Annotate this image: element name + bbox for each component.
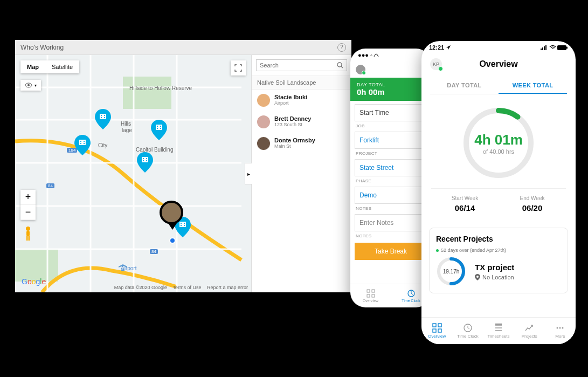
collapse-panel-button[interactable]: ▸ (245, 163, 252, 184)
bottom-nav: Overview Time Clock Timesheets Projects … (421, 317, 576, 344)
search-box (256, 59, 347, 71)
svg-rect-42 (542, 47, 543, 50)
grid-icon (432, 323, 442, 333)
project-overdue-badge: 52 days over (ended Apr 27th) (436, 248, 561, 253)
location-arrow-icon (446, 45, 451, 50)
map-pin[interactable] (74, 135, 91, 155)
project-hours-ring: 19.17h (436, 256, 466, 286)
map-attribution: Map data ©2020 Google Terms of Use Repor… (110, 285, 248, 290)
section-label-job: JOB (350, 121, 431, 128)
job-select[interactable]: Forklift (355, 132, 427, 149)
end-week-label: End Week (499, 195, 566, 201)
section-label-notes-2: NOTES (350, 231, 431, 238)
worker-row[interactable]: Stacie IbukiAirport (252, 90, 351, 111)
svg-rect-21 (146, 158, 147, 159)
avatar (257, 94, 270, 107)
search-input[interactable] (260, 62, 337, 68)
svg-rect-13 (104, 117, 105, 118)
zoom-in-button[interactable]: + (20, 190, 36, 205)
project-hours: 19.17h (436, 256, 466, 286)
worker-name: Stacie Ibuki (274, 94, 307, 100)
svg-rect-26 (160, 126, 161, 127)
more-icon (555, 323, 565, 333)
zoom-out-button[interactable]: − (20, 205, 36, 220)
map-type-tabs: Map Satellite (20, 60, 79, 73)
map-tab-map[interactable]: Map (20, 60, 45, 73)
map-pin[interactable] (151, 120, 167, 140)
worker-location: 123 South St (274, 122, 311, 127)
wifi-icon (549, 45, 556, 50)
search-icon (337, 62, 343, 68)
svg-rect-20 (143, 158, 144, 159)
svg-rect-9 (100, 114, 106, 119)
selected-worker-marker[interactable] (160, 201, 185, 233)
phase-select[interactable]: Demo (355, 187, 427, 204)
svg-rect-38 (367, 294, 370, 297)
worker-row[interactable]: Donte OrmsbyMain St (252, 133, 351, 154)
worker-group-header: Native Soil Landscape (252, 76, 351, 90)
pegman-icon[interactable] (22, 225, 34, 242)
nav-overview[interactable]: Overview (421, 318, 452, 344)
bottom-nav: Overview Time Clock (350, 284, 431, 307)
svg-rect-23 (146, 160, 147, 161)
nav-projects[interactable]: Projects (514, 318, 545, 344)
svg-rect-6 (26, 231, 30, 236)
help-icon[interactable]: ? (337, 43, 346, 52)
hours-ring: 4h 01m of 40.00 hrs (421, 94, 576, 188)
clock-icon (463, 323, 473, 333)
tab-week-total[interactable]: WEEK TOTAL (499, 78, 567, 94)
svg-rect-22 (143, 160, 144, 161)
page-header: KP Overview (421, 54, 576, 74)
svg-rect-46 (566, 46, 568, 49)
map-label-hills: Hills (121, 121, 131, 127)
svg-point-4 (27, 84, 30, 86)
project-name: TX project (475, 263, 514, 272)
nav-timesheets[interactable]: Timesheets (483, 318, 514, 344)
signal-icon: ●●● ◦ (358, 52, 379, 58)
avatar[interactable] (356, 65, 365, 74)
day-total-banner: DAY TOTAL 0h 00m (350, 78, 431, 101)
phone-timeclock-mock: ●●● ◦ DAY TOTAL 0h 00m Start Time JOB Fo… (350, 49, 431, 307)
section-label-project: PROJECT (350, 149, 431, 156)
user-avatar[interactable]: KP (430, 58, 442, 70)
visibility-toggle[interactable]: ▾ (20, 80, 41, 91)
panel-header: Who's Working ? (15, 40, 351, 55)
worker-name: Donte Ormsby (274, 137, 315, 143)
svg-point-56 (557, 327, 558, 329)
trend-icon (524, 323, 534, 333)
hwy-84-shield-a: 84 (46, 183, 54, 188)
take-break-button[interactable]: Take Break (355, 243, 427, 260)
project-select[interactable]: State Street (355, 159, 427, 176)
svg-rect-1 (123, 77, 171, 109)
nav-timeclock[interactable]: Time Clock (452, 318, 483, 344)
week-range: Start Week06/14 End Week06/20 (431, 188, 566, 219)
map[interactable]: Hillside to Hollow Reserve Capitol Build… (15, 55, 251, 292)
fullscreen-icon[interactable] (231, 60, 246, 76)
worker-name: Brett Denney (274, 115, 311, 122)
nav-overview[interactable]: Overview (350, 284, 391, 307)
battery-icon (557, 45, 568, 50)
zoom-controls: + − (20, 190, 36, 220)
status-bar: ●●● ◦ (350, 49, 431, 61)
map-tab-satellite[interactable]: Satellite (45, 60, 79, 73)
worker-row[interactable]: Brett Denney123 South St (252, 111, 351, 133)
tab-day-total[interactable]: DAY TOTAL (430, 78, 499, 94)
start-week-date: 06/14 (431, 203, 499, 213)
grid-icon (366, 289, 375, 298)
svg-rect-10 (101, 115, 102, 116)
day-total-label: DAY TOTAL (357, 82, 425, 87)
nav-more[interactable]: More (545, 318, 576, 344)
map-pin[interactable] (95, 109, 111, 129)
map-pin[interactable] (137, 152, 153, 173)
svg-rect-24 (156, 125, 162, 130)
airport-icon[interactable] (117, 259, 128, 272)
avatar-header (350, 61, 431, 78)
status-dot-icon (436, 249, 439, 252)
svg-rect-27 (157, 128, 158, 129)
svg-rect-15 (80, 141, 81, 142)
notes-field[interactable]: Enter Notes (355, 214, 427, 231)
location-pin-icon (475, 274, 480, 280)
panel-title: Who's Working (20, 44, 64, 51)
end-week-date: 06/20 (499, 203, 566, 213)
start-time-field[interactable]: Start Time (355, 104, 427, 121)
